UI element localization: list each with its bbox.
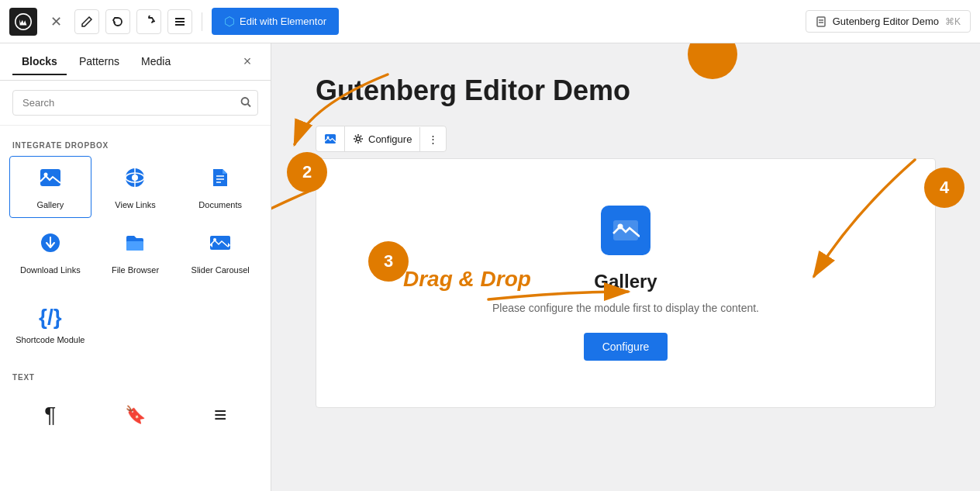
annotation-4-label: 4 (940, 178, 949, 198)
download-links-icon (39, 231, 62, 260)
block-item-view-links[interactable]: View Links (95, 156, 177, 218)
menu-button[interactable] (167, 9, 192, 34)
svg-point-20 (213, 238, 216, 241)
search-button[interactable] (240, 95, 252, 110)
close-button[interactable]: ✕ (43, 9, 68, 34)
view-links-icon (123, 166, 147, 195)
tab-patterns[interactable]: Patterns (70, 49, 129, 75)
main-area: Blocks Patterns Media × INTEGRATE DROPBO… (0, 43, 980, 491)
file-browser-label: File Browser (112, 265, 159, 275)
gallery-configure-button[interactable]: Configure (584, 333, 668, 361)
annotation-circle-2: 2 (287, 152, 327, 192)
block-item-file-browser[interactable]: File Browser (95, 221, 177, 283)
document-icon (816, 16, 826, 27)
download-links-label: Download Links (20, 265, 81, 275)
slider-carousel-icon (209, 231, 232, 260)
pencil-button[interactable] (74, 9, 99, 34)
configure-label: Configure (368, 133, 412, 145)
redo-button[interactable] (136, 9, 161, 34)
svg-point-6 (242, 98, 249, 105)
text-section-label: TEXT (0, 367, 271, 385)
edit-elementor-label: Edit with Elementor (240, 16, 326, 27)
file-browser-icon (123, 231, 147, 260)
editor-inner: Gutenberg Editor Demo Configure (316, 74, 936, 408)
tab-blocks[interactable]: Blocks (12, 49, 67, 75)
menu-icon (174, 16, 186, 28)
integrate-dropbox-label: INTEGRATE DROPBOX (0, 135, 271, 153)
search-icon (240, 95, 252, 108)
documents-label: Documents (198, 199, 242, 210)
elementor-icon: ⬡ (224, 14, 235, 29)
paragraph-icon: ¶ (44, 403, 56, 427)
undo-icon (112, 16, 124, 28)
block-toolbar-image-btn[interactable] (316, 126, 345, 151)
more-options-icon: ⋮ (428, 133, 438, 145)
edit-elementor-button[interactable]: ⬡ Edit with Elementor (212, 8, 339, 35)
annotation-2-label: 2 (302, 162, 312, 182)
search-input-wrap (12, 90, 258, 116)
svg-point-9 (43, 173, 47, 177)
svg-point-25 (357, 137, 361, 141)
sidebar: Blocks Patterns Media × INTEGRATE DROPBO… (0, 43, 271, 491)
shortcode-icon: {/} (39, 305, 62, 330)
pencil-icon (81, 16, 93, 28)
text-block-grid: ¶ 🔖 ≡ (0, 385, 271, 445)
configure-button[interactable]: Configure (345, 127, 420, 151)
svg-rect-2 (175, 24, 185, 26)
block-toolbar: Configure ⋮ (316, 126, 447, 152)
sidebar-tabs: Blocks Patterns Media × (0, 43, 271, 81)
annotation-circle-4: 4 (924, 168, 964, 208)
annotation-circle-3: 3 (368, 241, 409, 282)
undo-button[interactable] (105, 9, 130, 34)
block-item-slider-carousel[interactable]: Slider Carousel (179, 221, 261, 283)
svg-point-24 (327, 137, 330, 139)
sidebar-content: INTEGRATE DROPBOX Gallery (0, 126, 271, 491)
image-icon (324, 133, 336, 145)
text-block-list[interactable]: ≡ (179, 388, 261, 442)
wordpress-logo[interactable] (9, 8, 37, 36)
annotation-3-label: 3 (384, 251, 393, 271)
gutenberg-link[interactable]: Gutenberg Editor Demo ⌘K (806, 10, 971, 33)
gallery-block-icon (601, 206, 650, 255)
cmd-k-shortcut: ⌘K (945, 16, 961, 27)
gallery-block: Gallery Please configure the module firs… (316, 158, 936, 408)
slider-carousel-label: Slider Carousel (192, 265, 250, 275)
gallery-label: Gallery (36, 199, 64, 210)
configure-gear-icon (353, 133, 364, 144)
documents-icon (209, 166, 232, 195)
toolbar-divider (202, 12, 202, 31)
block-item-gallery[interactable]: Gallery (9, 156, 91, 218)
tab-media[interactable]: Media (132, 49, 180, 75)
block-grid-dropbox: Gallery View Links (0, 153, 271, 286)
svg-point-27 (618, 224, 623, 230)
gallery-block-svg (612, 216, 640, 244)
shortcode-label: Shortcode Module (16, 334, 85, 345)
text-block-paragraph[interactable]: ¶ (9, 388, 91, 442)
view-links-label: View Links (115, 199, 155, 210)
block-item-documents[interactable]: Documents (179, 156, 261, 218)
svg-rect-3 (817, 17, 825, 26)
page-title: Gutenberg Editor Demo (316, 74, 936, 107)
gallery-block-description: Please configure the module first to dis… (492, 302, 759, 314)
editor-area: Gutenberg Editor Demo Configure (271, 43, 980, 491)
block-grid-shortcode: {/} Shortcode Module (0, 289, 271, 358)
list-icon: ≡ (214, 403, 226, 427)
svg-rect-18 (126, 241, 143, 251)
gallery-block-title: Gallery (594, 271, 657, 292)
block-item-shortcode[interactable]: {/} Shortcode Module (9, 292, 91, 354)
svg-rect-0 (175, 18, 185, 19)
gutenberg-title: Gutenberg Editor Demo (833, 16, 939, 27)
top-toolbar: ✕ ⬡ Edit with Elementor Gutenberg Editor… (0, 0, 980, 43)
text-block-bookmark[interactable]: 🔖 (95, 388, 177, 442)
block-item-download-links[interactable]: Download Links (9, 221, 91, 283)
search-area (0, 81, 271, 126)
svg-rect-1 (175, 21, 185, 22)
bookmark-icon: 🔖 (125, 405, 146, 425)
search-input[interactable] (12, 90, 258, 116)
sidebar-close-button[interactable]: × (236, 51, 258, 73)
wp-logo-icon (15, 13, 32, 30)
redo-icon (143, 16, 155, 28)
more-options-button[interactable]: ⋮ (420, 127, 446, 151)
svg-line-7 (248, 104, 251, 107)
gallery-icon (39, 166, 62, 195)
